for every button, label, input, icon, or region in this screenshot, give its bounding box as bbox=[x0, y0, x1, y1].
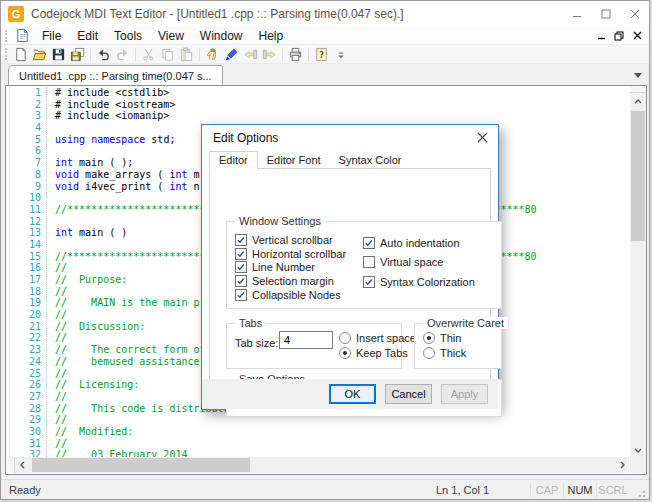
close-button[interactable] bbox=[620, 1, 649, 27]
save-file-button[interactable] bbox=[49, 45, 68, 63]
checkbox-selection-margin[interactable]: Selection margin bbox=[235, 274, 346, 288]
status-bar: Ready Ln 1, Col 1 CAPNUMSCRL bbox=[1, 479, 649, 499]
radio-label: Thin bbox=[440, 332, 461, 344]
dialog-button-row: OKCancelApply bbox=[202, 379, 498, 409]
mdi-minimize-button[interactable] bbox=[595, 30, 607, 42]
unchecked-checkbox-icon[interactable] bbox=[363, 256, 375, 268]
document-icon[interactable] bbox=[15, 28, 30, 43]
selected-radio-icon[interactable] bbox=[339, 347, 351, 359]
checked-checkbox-icon[interactable] bbox=[235, 275, 247, 287]
status-message: Ready bbox=[9, 484, 41, 496]
line-number: 9 bbox=[7, 181, 41, 193]
cut-button[interactable] bbox=[139, 45, 158, 63]
menu-edit[interactable]: Edit bbox=[69, 28, 106, 44]
line-number: 11 bbox=[7, 204, 41, 216]
checkbox-virtual-space[interactable]: Virtual space bbox=[363, 253, 475, 273]
checked-checkbox-icon[interactable] bbox=[363, 237, 375, 249]
unselected-radio-icon[interactable] bbox=[423, 347, 435, 359]
new-file-button[interactable] bbox=[11, 45, 30, 63]
cancel-button[interactable]: Cancel bbox=[385, 384, 432, 404]
svg-text:?: ? bbox=[319, 49, 324, 59]
scroll-up-arrow[interactable] bbox=[630, 94, 646, 108]
undo-button[interactable] bbox=[94, 45, 113, 63]
line-number: 3 bbox=[7, 110, 41, 122]
checkbox-auto-indentation[interactable]: Auto indentation bbox=[363, 233, 475, 253]
selected-radio-icon[interactable] bbox=[423, 332, 435, 344]
radio-thick[interactable]: Thick bbox=[423, 346, 466, 362]
dialog-tab-editor-font[interactable]: Editor Font bbox=[258, 152, 330, 169]
dialog-tab-strip: EditorEditor FontSyntax Color bbox=[209, 151, 411, 169]
tab-list-dropdown-icon[interactable] bbox=[634, 73, 642, 78]
code-line: 31// bbox=[7, 438, 629, 450]
line-number: 17 bbox=[7, 274, 41, 286]
vertical-scrollbar[interactable] bbox=[630, 87, 646, 457]
line-number: 26 bbox=[7, 379, 41, 391]
checked-checkbox-icon[interactable] bbox=[235, 261, 247, 273]
status-scrl: SCRL bbox=[596, 483, 629, 497]
dialog-title-bar[interactable]: Edit Options bbox=[202, 125, 498, 150]
redo-button[interactable] bbox=[113, 45, 132, 63]
scroll-right-arrow[interactable] bbox=[615, 457, 629, 473]
checked-checkbox-icon[interactable] bbox=[235, 234, 247, 246]
checked-checkbox-icon[interactable] bbox=[235, 289, 247, 301]
maximize-button[interactable] bbox=[591, 1, 620, 27]
line-number: 10 bbox=[7, 192, 41, 204]
copy-button[interactable] bbox=[158, 45, 177, 63]
code-line: 3# include <iomanip> bbox=[7, 110, 629, 122]
menu-help[interactable]: Help bbox=[251, 28, 292, 44]
menubar-grip[interactable] bbox=[5, 30, 8, 42]
toolbar-grip[interactable] bbox=[5, 48, 8, 60]
menu-tools[interactable]: Tools bbox=[106, 28, 150, 44]
menu-view[interactable]: View bbox=[150, 28, 192, 44]
menu-window[interactable]: Window bbox=[192, 28, 251, 44]
open-file-button[interactable] bbox=[30, 45, 49, 63]
checkbox-collapsible-nodes[interactable]: Collapsible Nodes bbox=[235, 288, 346, 302]
help-button[interactable]: ? bbox=[312, 45, 331, 63]
scroll-down-arrow[interactable] bbox=[630, 443, 646, 457]
paste-button[interactable] bbox=[177, 45, 196, 63]
horizontal-scrollbar-thumb[interactable] bbox=[32, 458, 250, 472]
radio-insert-spaces[interactable]: Insert spaces bbox=[339, 330, 421, 346]
horizontal-scrollbar[interactable] bbox=[7, 457, 629, 473]
checkbox-vertical-scrollbar[interactable]: Vertical scrollbar bbox=[235, 233, 346, 247]
nav-forward-button[interactable] bbox=[260, 45, 279, 63]
radio-thin[interactable]: Thin bbox=[423, 330, 466, 346]
dialog-tab-editor[interactable]: Editor bbox=[209, 151, 258, 170]
tab-size-input[interactable] bbox=[279, 331, 333, 349]
checked-checkbox-icon[interactable] bbox=[363, 276, 375, 288]
checked-checkbox-icon[interactable] bbox=[235, 248, 247, 260]
line-number: 5 bbox=[7, 134, 41, 146]
unselected-radio-icon[interactable] bbox=[339, 332, 351, 344]
vertical-scrollbar-thumb[interactable] bbox=[631, 111, 645, 241]
checkbox-line-number[interactable]: Line Number bbox=[235, 261, 346, 275]
toolbar-options-button[interactable] bbox=[331, 45, 350, 63]
menu-file[interactable]: File bbox=[34, 28, 69, 44]
resize-grip[interactable] bbox=[633, 485, 647, 499]
checkbox-horizontal-scrollbar[interactable]: Horizontal scrollbar bbox=[235, 247, 346, 261]
scroll-left-arrow[interactable] bbox=[15, 457, 29, 473]
apply-button[interactable]: Apply bbox=[441, 384, 488, 404]
radio-keep-tabs[interactable]: Keep Tabs bbox=[339, 346, 421, 362]
dialog-tab-syntax-color[interactable]: Syntax Color bbox=[330, 152, 411, 169]
scroll-split-handle[interactable] bbox=[630, 87, 646, 93]
tabs-group: Tabs Tab size: Insert spacesKeep Tabs bbox=[226, 323, 402, 369]
toolbar-separator bbox=[135, 48, 136, 61]
ink-pen-button[interactable] bbox=[222, 45, 241, 63]
mdi-close-button[interactable] bbox=[631, 30, 643, 42]
save-all-button[interactable] bbox=[68, 45, 87, 63]
window-title: Codejock MDI Text Editor - [Untitled1 .c… bbox=[31, 7, 404, 21]
nav-back-button[interactable] bbox=[241, 45, 260, 63]
hscroll-split-handle[interactable] bbox=[7, 457, 15, 473]
pan-hand-button[interactable] bbox=[203, 45, 222, 63]
checkbox-syntax-colorization[interactable]: Syntax Colorization bbox=[363, 272, 475, 292]
window-settings-group: Window Settings Vertical scrollbarHorizo… bbox=[226, 221, 502, 309]
print-button[interactable] bbox=[286, 45, 305, 63]
document-tab[interactable]: Untitled1 .cpp :.: Parsing time(0.047 s.… bbox=[8, 65, 223, 85]
minimize-button[interactable] bbox=[562, 1, 591, 27]
line-number: 6 bbox=[7, 145, 41, 157]
radio-label: Thick bbox=[440, 347, 466, 359]
line-number: 16 bbox=[7, 262, 41, 274]
ok-button[interactable]: OK bbox=[329, 384, 376, 404]
mdi-restore-button[interactable] bbox=[613, 30, 625, 42]
dialog-close-icon[interactable] bbox=[466, 125, 498, 150]
